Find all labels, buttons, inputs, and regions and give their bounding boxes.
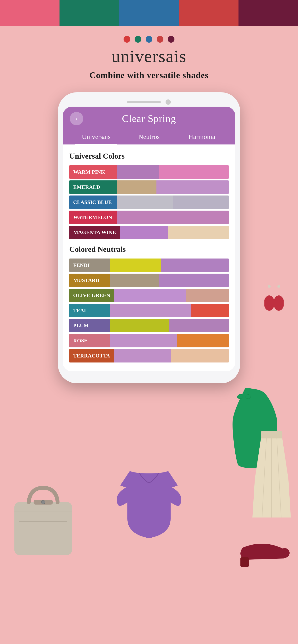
phone-screen: ‹ Clear Spring Universais Neutros Harmon… (63, 106, 235, 371)
color-row-plum[interactable]: PLUM (69, 319, 229, 332)
magenta-wine-seg2 (168, 226, 229, 239)
rose-label: ROSE (69, 334, 110, 348)
color-row-emerald[interactable]: EMERALD (69, 180, 229, 194)
olive-green-seg2 (186, 289, 229, 302)
color-row-terracotta[interactable]: TERRACOTTA (69, 349, 229, 362)
svg-rect-7 (261, 431, 282, 438)
color-row-classic-blue[interactable]: CLASSIC BLUE (69, 196, 229, 209)
svg-point-2 (277, 285, 280, 288)
svg-point-0 (268, 285, 271, 288)
bar-pink (0, 0, 60, 26)
phone-tabs: Universais Neutros Harmonia (70, 129, 228, 144)
color-row-warm-pink[interactable]: WARM PINK (69, 165, 229, 179)
teal-seg2 (191, 304, 229, 317)
olive-green-label: OLIVE GREEN (69, 289, 114, 302)
terracotta-label: TERRACOTTA (69, 349, 114, 362)
color-row-fendi[interactable]: FENDI (69, 258, 229, 272)
plum-seg1 (110, 319, 169, 332)
svg-rect-10 (14, 502, 72, 555)
beige-skirt (248, 431, 295, 523)
app-logo: universais (112, 46, 186, 66)
bar-wine (238, 0, 298, 26)
bar-teal (60, 0, 119, 26)
magenta-wine-seg1 (120, 226, 168, 239)
plum-seg2 (169, 319, 229, 332)
phone-header: ‹ Clear Spring Universais Neutros Harmon… (63, 106, 235, 144)
bottom-fashion-area (0, 388, 298, 575)
handbag (10, 478, 77, 560)
color-row-olive-green[interactable]: OLIVE GREEN (69, 289, 229, 302)
dot-red (123, 36, 130, 43)
dot-pink (157, 36, 163, 43)
header-row: ‹ Clear Spring (70, 113, 228, 124)
section-colored-neutrals: Colored Neutrals (69, 245, 229, 254)
dot-green (135, 36, 141, 43)
dot-wine (168, 36, 175, 43)
tab-universais[interactable]: Universais (70, 129, 123, 144)
purple-top (115, 471, 183, 568)
watermelon-seg1 (117, 210, 229, 224)
tab-harmonia[interactable]: Harmonia (175, 129, 228, 144)
svg-point-12 (41, 500, 45, 504)
logo-dots (123, 36, 175, 43)
screen-title: Clear Spring (122, 113, 176, 124)
classic-blue-seg2 (173, 196, 229, 209)
svg-point-1 (264, 296, 274, 311)
logo-area: universais Combine with versatile shades (0, 26, 298, 85)
notch-line (127, 101, 161, 103)
screen-content: Universal Colors WARM PINK EMERALD CLASS… (63, 144, 235, 371)
mustard-seg2 (159, 274, 229, 287)
section-universal-colors: Universal Colors (69, 152, 229, 160)
mustard-label: MUSTARD (69, 274, 110, 287)
teal-label: TEAL (69, 304, 110, 317)
color-row-rose[interactable]: ROSE (69, 334, 229, 348)
notch-circle (166, 100, 171, 105)
olive-green-seg1 (114, 289, 186, 302)
mustard-seg1 (110, 274, 159, 287)
color-row-teal[interactable]: TEAL (69, 304, 229, 317)
watermelon-label: WATERMELON (69, 210, 117, 224)
color-row-watermelon[interactable]: WATERMELON (69, 210, 229, 224)
plum-label: PLUM (69, 319, 110, 332)
color-row-mustard[interactable]: MUSTARD (69, 274, 229, 287)
phone-body: ‹ Clear Spring Universais Neutros Harmon… (58, 92, 240, 383)
classic-blue-seg1 (117, 196, 173, 209)
color-row-magenta-wine[interactable]: MAGENTA WINE (69, 226, 229, 239)
phone-notch (63, 100, 235, 105)
tab-neutros[interactable]: Neutros (123, 129, 175, 144)
magenta-wine-label: MAGENTA WINE (69, 226, 120, 239)
bar-blue (119, 0, 179, 26)
dot-blue (146, 36, 152, 43)
terracotta-seg2 (171, 349, 229, 362)
rose-seg2 (177, 334, 229, 348)
classic-blue-label: CLASSIC BLUE (69, 196, 117, 209)
warm-pink-seg2 (159, 165, 229, 179)
teal-seg1 (110, 304, 191, 317)
fendi-seg1 (110, 258, 161, 272)
svg-rect-8 (240, 557, 249, 567)
wine-shoe (238, 536, 291, 570)
bar-red (179, 0, 238, 26)
top-color-bar (0, 0, 298, 26)
terracotta-seg1 (114, 349, 171, 362)
warm-pink-seg1 (117, 165, 159, 179)
rose-seg1 (110, 334, 177, 348)
svg-point-3 (273, 296, 284, 311)
emerald-seg2 (157, 180, 229, 194)
tagline: Combine with versatile shades (89, 70, 209, 80)
back-button[interactable]: ‹ (70, 112, 83, 125)
earrings-decoration (264, 282, 284, 320)
svg-point-9 (280, 548, 289, 558)
fendi-label: FENDI (69, 258, 110, 272)
emerald-label: EMERALD (69, 180, 117, 194)
phone-mockup: ‹ Clear Spring Universais Neutros Harmon… (0, 85, 298, 383)
emerald-seg1 (117, 180, 157, 194)
warm-pink-label: WARM PINK (69, 165, 117, 179)
fendi-seg2 (161, 258, 229, 272)
